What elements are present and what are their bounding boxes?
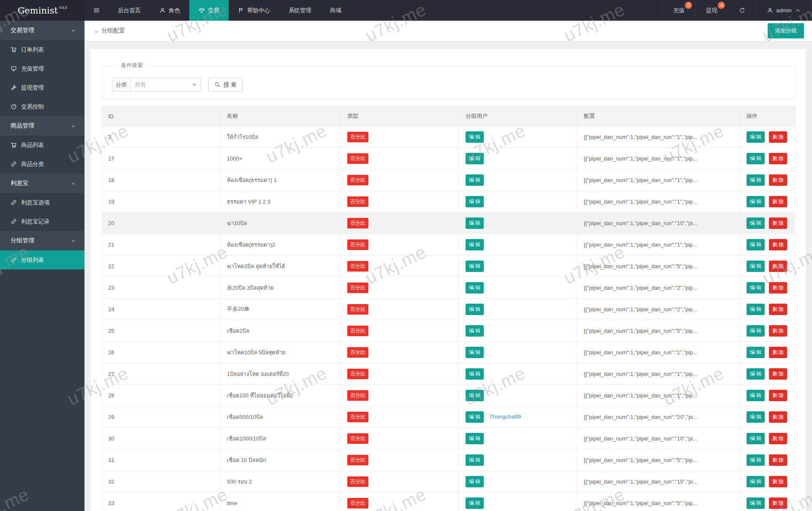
nav-item-trade[interactable]: 交易 <box>189 0 229 21</box>
search-button[interactable]: 搜 索 <box>208 78 243 92</box>
assign-users-edit-button[interactable]: 编 辑 <box>466 476 484 487</box>
assign-users-edit-button[interactable]: 编 辑 <box>466 304 484 315</box>
delete-button[interactable]: 删 除 <box>769 476 787 487</box>
delete-button[interactable]: 删 除 <box>769 497 787 509</box>
table-row: 25 เชือด2บิล 百分比 编 辑 [{"pipei_dan_num":1… <box>102 320 795 342</box>
edit-button[interactable]: 编 辑 <box>747 174 765 186</box>
search-panel-legend: 条件搜索 <box>117 62 147 69</box>
cell-id: 28 <box>102 385 221 406</box>
cell-group-users: 编 辑 <box>459 234 578 256</box>
edit-button[interactable]: 编 辑 <box>747 411 765 423</box>
sidebar-item-order-list[interactable]: 订单列表 <box>0 40 84 59</box>
sidebar-item-group-list[interactable]: 分组列表 <box>0 250 84 269</box>
nav-item-roles[interactable]: 角色 <box>150 0 189 21</box>
delete-button[interactable]: 删 除 <box>769 153 787 164</box>
assign-users-edit-button[interactable]: 编 辑 <box>466 282 484 294</box>
delete-button[interactable]: 删 除 <box>769 347 787 358</box>
assign-users-edit-button[interactable]: 编 辑 <box>466 174 484 186</box>
delete-button[interactable]: 删 除 <box>769 196 787 207</box>
assign-users-edit-button[interactable]: 编 辑 <box>466 368 484 380</box>
sidebar-toggle-button[interactable] <box>84 0 109 21</box>
refresh-button[interactable] <box>728 0 756 21</box>
cell-name: 1000+ <box>221 148 341 169</box>
edit-button[interactable]: 编 辑 <box>747 217 765 229</box>
recharge-nav-item[interactable]: 充值 2 <box>662 0 695 21</box>
group-user-link[interactable]: Thongcha99 <box>489 413 521 420</box>
cell-name: เชือด 10 บิลหนัก <box>221 449 341 471</box>
delete-button[interactable]: 删 除 <box>769 454 787 466</box>
delete-button[interactable]: 删 除 <box>769 390 787 401</box>
edit-button[interactable]: 编 辑 <box>747 454 765 466</box>
edit-button[interactable]: 编 辑 <box>747 153 765 164</box>
delete-button[interactable]: 删 除 <box>769 325 787 337</box>
user-menu[interactable]: admin <box>756 0 812 21</box>
edit-button[interactable]: 编 辑 <box>747 433 765 444</box>
assign-users-edit-button[interactable]: 编 辑 <box>466 390 484 401</box>
withdraw-label: 提现 <box>706 7 717 14</box>
assign-users-edit-button[interactable]: 编 辑 <box>466 497 484 509</box>
cell-name: ให้กำไร10บิล <box>221 126 341 148</box>
sidebar-item-trade-control[interactable]: 交易控制 <box>0 97 84 116</box>
assign-users-edit-button[interactable]: 编 辑 <box>466 153 484 164</box>
edit-button[interactable]: 编 辑 <box>747 131 765 143</box>
assign-users-edit-button[interactable]: 编 辑 <box>466 347 484 358</box>
delete-button[interactable]: 删 除 <box>769 217 787 229</box>
nav-item-help-center[interactable]: 帮助中心 <box>229 0 279 21</box>
assign-users-edit-button[interactable]: 编 辑 <box>466 131 484 143</box>
cell-actions: 编 辑 删 除 <box>740 299 795 320</box>
add-group-button[interactable]: 添加分组 <box>768 23 804 38</box>
cell-actions: 编 辑 删 除 <box>740 449 795 471</box>
edit-button[interactable]: 编 辑 <box>747 239 765 250</box>
assign-users-edit-button[interactable]: 编 辑 <box>466 239 484 250</box>
edit-button[interactable]: 编 辑 <box>747 476 765 487</box>
delete-button[interactable]: 删 除 <box>769 261 787 272</box>
nav-item-mall[interactable]: 商城 <box>321 0 351 21</box>
link-icon <box>11 161 17 167</box>
delete-button[interactable]: 删 除 <box>769 282 787 294</box>
edit-button[interactable]: 编 辑 <box>747 282 765 294</box>
cell-actions: 编 辑 删 除 <box>740 385 795 406</box>
nav-item-dashboard[interactable]: 后台首页 <box>109 0 150 21</box>
edit-button[interactable]: 编 辑 <box>747 390 765 401</box>
assign-users-edit-button[interactable]: 编 辑 <box>466 325 484 337</box>
edit-button[interactable]: 编 辑 <box>747 347 765 358</box>
delete-button[interactable]: 删 除 <box>769 433 787 444</box>
sidebar-item-goods-category[interactable]: 商品分类 <box>0 155 84 174</box>
assign-users-edit-button[interactable]: 编 辑 <box>466 454 484 466</box>
withdraw-nav-item[interactable]: 提现 4 <box>695 0 728 21</box>
sidebar-section-label: 交易管理 <box>11 27 34 34</box>
table-row: 19 ธรรมดา VIP 1 2 3 百分比 编 辑 [{"pipei_dan… <box>102 191 795 212</box>
sidebar-item-lixibao-options[interactable]: 利息宝选项 <box>0 193 84 212</box>
sidebar-item-lixibao-records[interactable]: 利息宝记录 <box>0 212 84 231</box>
nav-item-system[interactable]: 系统管理 <box>279 0 321 21</box>
sidebar-section-trade-mgmt[interactable]: 交易管理 <box>0 21 84 40</box>
edit-button[interactable]: 编 辑 <box>747 304 765 315</box>
cell-actions: 编 辑 删 除 <box>740 363 795 385</box>
sidebar-section-goods-mgmt[interactable]: 商品管理 <box>0 116 84 136</box>
delete-button[interactable]: 删 除 <box>769 131 787 143</box>
assign-users-edit-button[interactable]: 编 辑 <box>466 261 484 272</box>
sidebar-section-group-mgmt[interactable]: 分组管理 <box>0 231 84 250</box>
edit-button[interactable]: 编 辑 <box>747 261 765 272</box>
delete-button[interactable]: 删 除 <box>769 239 787 250</box>
assign-users-edit-button[interactable]: 编 辑 <box>466 411 484 423</box>
delete-button[interactable]: 删 除 <box>769 304 787 315</box>
delete-button[interactable]: 删 除 <box>769 174 787 186</box>
delete-button[interactable]: 删 除 <box>769 411 787 423</box>
edit-button[interactable]: 编 辑 <box>747 368 765 380</box>
delete-button[interactable]: 删 除 <box>769 368 787 380</box>
cell-type: 百分比 <box>341 277 459 299</box>
sidebar-section-lixibao[interactable]: 利息宝 <box>0 174 84 193</box>
assign-users-edit-button[interactable]: 编 辑 <box>466 433 484 444</box>
sidebar-item-recharge-mgmt[interactable]: 充值管理 <box>0 59 84 78</box>
sidebar-item-withdraw-mgmt[interactable]: 提现管理 <box>0 78 84 97</box>
edit-button[interactable]: 编 辑 <box>747 325 765 337</box>
cell-type: 百分比 <box>341 492 459 511</box>
column-header: 分组用户 <box>459 106 578 126</box>
edit-button[interactable]: 编 辑 <box>747 497 765 509</box>
sidebar-item-goods-list[interactable]: 商品列表 <box>0 136 84 155</box>
category-select[interactable]: 所有 <box>130 78 201 92</box>
assign-users-edit-button[interactable]: 编 辑 <box>466 196 484 207</box>
assign-users-edit-button[interactable]: 编 辑 <box>466 217 484 229</box>
edit-button[interactable]: 编 辑 <box>747 196 765 207</box>
